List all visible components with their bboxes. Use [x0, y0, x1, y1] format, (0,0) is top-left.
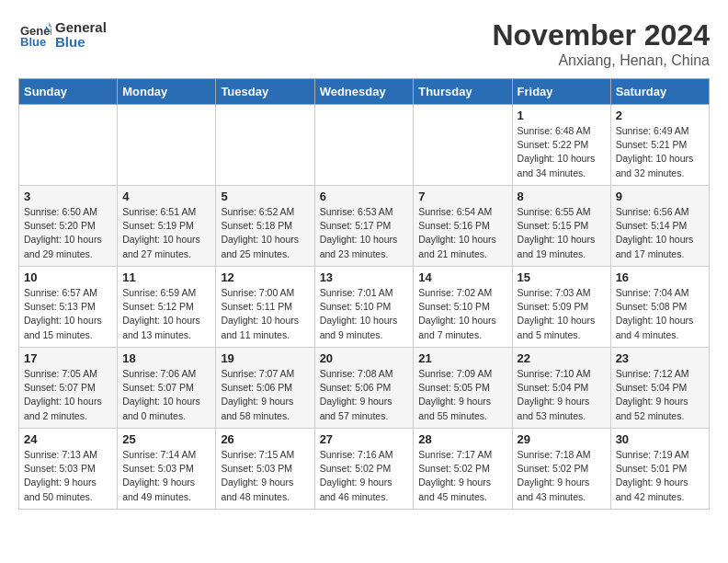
day-number: 12 — [221, 270, 309, 284]
calendar-cell: 1Sunrise: 6:48 AM Sunset: 5:22 PM Daylig… — [512, 105, 610, 186]
day-detail: Sunrise: 7:19 AM Sunset: 5:01 PM Dayligh… — [616, 448, 704, 504]
day-detail: Sunrise: 6:54 AM Sunset: 5:16 PM Dayligh… — [418, 205, 506, 261]
day-detail: Sunrise: 6:49 AM Sunset: 5:21 PM Dayligh… — [616, 124, 704, 180]
calendar-cell: 22Sunrise: 7:10 AM Sunset: 5:04 PM Dayli… — [512, 348, 610, 429]
calendar-cell — [414, 105, 512, 186]
calendar-cell: 24Sunrise: 7:13 AM Sunset: 5:03 PM Dayli… — [19, 429, 118, 510]
calendar-table: SundayMondayTuesdayWednesdayThursdayFrid… — [18, 78, 710, 510]
weekday-header-monday: Monday — [118, 79, 216, 105]
calendar-cell — [19, 105, 118, 186]
day-detail: Sunrise: 7:12 AM Sunset: 5:04 PM Dayligh… — [616, 367, 704, 423]
calendar-cell: 21Sunrise: 7:09 AM Sunset: 5:05 PM Dayli… — [414, 348, 512, 429]
day-detail: Sunrise: 6:51 AM Sunset: 5:19 PM Dayligh… — [122, 205, 210, 261]
day-number: 24 — [24, 432, 112, 446]
svg-text:Blue: Blue — [20, 35, 46, 49]
day-number: 6 — [320, 190, 409, 203]
day-number: 8 — [518, 190, 606, 203]
calendar-cell: 6Sunrise: 6:53 AM Sunset: 5:17 PM Daylig… — [314, 186, 414, 267]
week-row-2: 3Sunrise: 6:50 AM Sunset: 5:20 PM Daylig… — [19, 186, 710, 267]
calendar-cell: 19Sunrise: 7:07 AM Sunset: 5:06 PM Dayli… — [216, 348, 314, 429]
day-number: 2 — [616, 109, 704, 122]
logo: General Blue General Blue — [18, 18, 107, 52]
day-detail: Sunrise: 6:57 AM Sunset: 5:13 PM Dayligh… — [24, 286, 112, 342]
weekday-header-sunday: Sunday — [19, 79, 118, 105]
day-detail: Sunrise: 7:02 AM Sunset: 5:10 PM Dayligh… — [418, 286, 506, 342]
weekday-header-saturday: Saturday — [610, 79, 709, 105]
day-number: 17 — [24, 351, 112, 365]
calendar-cell: 27Sunrise: 7:16 AM Sunset: 5:02 PM Dayli… — [314, 429, 414, 510]
day-detail: Sunrise: 7:04 AM Sunset: 5:08 PM Dayligh… — [616, 286, 704, 342]
calendar-cell: 28Sunrise: 7:17 AM Sunset: 5:02 PM Dayli… — [414, 429, 512, 510]
day-detail: Sunrise: 7:15 AM Sunset: 5:03 PM Dayligh… — [221, 448, 309, 504]
day-number: 5 — [221, 190, 309, 203]
day-detail: Sunrise: 7:05 AM Sunset: 5:07 PM Dayligh… — [24, 367, 112, 423]
day-number: 25 — [122, 432, 210, 446]
day-number: 26 — [221, 432, 309, 446]
day-detail: Sunrise: 7:03 AM Sunset: 5:09 PM Dayligh… — [518, 286, 606, 342]
calendar-cell: 4Sunrise: 6:51 AM Sunset: 5:19 PM Daylig… — [118, 186, 216, 267]
day-number: 4 — [122, 190, 210, 203]
day-number: 22 — [518, 351, 606, 365]
day-number: 20 — [320, 351, 409, 365]
calendar-cell: 8Sunrise: 6:55 AM Sunset: 5:15 PM Daylig… — [512, 186, 610, 267]
calendar-cell: 9Sunrise: 6:56 AM Sunset: 5:14 PM Daylig… — [610, 186, 709, 267]
day-number: 9 — [616, 190, 704, 203]
day-number: 7 — [418, 190, 506, 203]
day-detail: Sunrise: 7:08 AM Sunset: 5:06 PM Dayligh… — [320, 367, 409, 423]
logo-general: General — [55, 20, 107, 36]
day-number: 18 — [122, 351, 210, 365]
day-number: 13 — [320, 270, 409, 284]
calendar-cell — [216, 105, 314, 186]
calendar-cell: 10Sunrise: 6:57 AM Sunset: 5:13 PM Dayli… — [19, 267, 118, 348]
calendar-cell: 11Sunrise: 6:59 AM Sunset: 5:12 PM Dayli… — [118, 267, 216, 348]
day-detail: Sunrise: 7:17 AM Sunset: 5:02 PM Dayligh… — [418, 448, 506, 504]
day-detail: Sunrise: 6:55 AM Sunset: 5:15 PM Dayligh… — [518, 205, 606, 261]
week-row-4: 17Sunrise: 7:05 AM Sunset: 5:07 PM Dayli… — [19, 348, 710, 429]
calendar-cell: 25Sunrise: 7:14 AM Sunset: 5:03 PM Dayli… — [118, 429, 216, 510]
calendar-cell: 17Sunrise: 7:05 AM Sunset: 5:07 PM Dayli… — [19, 348, 118, 429]
page-header: General Blue General Blue November 2024 … — [18, 18, 710, 69]
day-detail: Sunrise: 6:53 AM Sunset: 5:17 PM Dayligh… — [320, 205, 409, 261]
calendar-cell: 5Sunrise: 6:52 AM Sunset: 5:18 PM Daylig… — [216, 186, 314, 267]
calendar-cell: 12Sunrise: 7:00 AM Sunset: 5:11 PM Dayli… — [216, 267, 314, 348]
day-number: 27 — [320, 432, 409, 446]
day-detail: Sunrise: 7:06 AM Sunset: 5:07 PM Dayligh… — [122, 367, 210, 423]
calendar-cell: 15Sunrise: 7:03 AM Sunset: 5:09 PM Dayli… — [512, 267, 610, 348]
day-detail: Sunrise: 7:00 AM Sunset: 5:11 PM Dayligh… — [221, 286, 309, 342]
week-row-3: 10Sunrise: 6:57 AM Sunset: 5:13 PM Dayli… — [19, 267, 710, 348]
day-detail: Sunrise: 6:50 AM Sunset: 5:20 PM Dayligh… — [24, 205, 112, 261]
calendar-cell: 30Sunrise: 7:19 AM Sunset: 5:01 PM Dayli… — [610, 429, 709, 510]
day-detail: Sunrise: 6:48 AM Sunset: 5:22 PM Dayligh… — [518, 124, 606, 180]
week-row-1: 1Sunrise: 6:48 AM Sunset: 5:22 PM Daylig… — [19, 105, 710, 186]
calendar-cell — [118, 105, 216, 186]
calendar-cell: 2Sunrise: 6:49 AM Sunset: 5:21 PM Daylig… — [610, 105, 709, 186]
weekday-header-friday: Friday — [512, 79, 610, 105]
day-number: 21 — [418, 351, 506, 365]
day-detail: Sunrise: 7:09 AM Sunset: 5:05 PM Dayligh… — [418, 367, 506, 423]
weekday-header-tuesday: Tuesday — [216, 79, 314, 105]
calendar-cell: 7Sunrise: 6:54 AM Sunset: 5:16 PM Daylig… — [414, 186, 512, 267]
day-number: 16 — [616, 270, 704, 284]
day-number: 10 — [24, 270, 112, 284]
day-detail: Sunrise: 6:59 AM Sunset: 5:12 PM Dayligh… — [122, 286, 210, 342]
day-number: 30 — [616, 432, 704, 446]
calendar-cell: 14Sunrise: 7:02 AM Sunset: 5:10 PM Dayli… — [414, 267, 512, 348]
day-number: 3 — [24, 190, 112, 203]
calendar-cell: 26Sunrise: 7:15 AM Sunset: 5:03 PM Dayli… — [216, 429, 314, 510]
day-number: 28 — [418, 432, 506, 446]
calendar-cell: 20Sunrise: 7:08 AM Sunset: 5:06 PM Dayli… — [314, 348, 414, 429]
calendar-cell: 16Sunrise: 7:04 AM Sunset: 5:08 PM Dayli… — [610, 267, 709, 348]
day-detail: Sunrise: 7:18 AM Sunset: 5:02 PM Dayligh… — [518, 448, 606, 504]
weekday-header-row: SundayMondayTuesdayWednesdayThursdayFrid… — [19, 79, 710, 105]
week-row-5: 24Sunrise: 7:13 AM Sunset: 5:03 PM Dayli… — [19, 429, 710, 510]
calendar-cell — [314, 105, 414, 186]
calendar-cell: 3Sunrise: 6:50 AM Sunset: 5:20 PM Daylig… — [19, 186, 118, 267]
weekday-header-wednesday: Wednesday — [314, 79, 414, 105]
logo-blue: Blue — [55, 35, 107, 51]
day-detail: Sunrise: 7:14 AM Sunset: 5:03 PM Dayligh… — [122, 448, 210, 504]
day-number: 29 — [518, 432, 606, 446]
day-detail: Sunrise: 7:01 AM Sunset: 5:10 PM Dayligh… — [320, 286, 409, 342]
calendar-cell: 18Sunrise: 7:06 AM Sunset: 5:07 PM Dayli… — [118, 348, 216, 429]
calendar-cell: 29Sunrise: 7:18 AM Sunset: 5:02 PM Dayli… — [512, 429, 610, 510]
logo-icon: General Blue — [18, 18, 51, 52]
